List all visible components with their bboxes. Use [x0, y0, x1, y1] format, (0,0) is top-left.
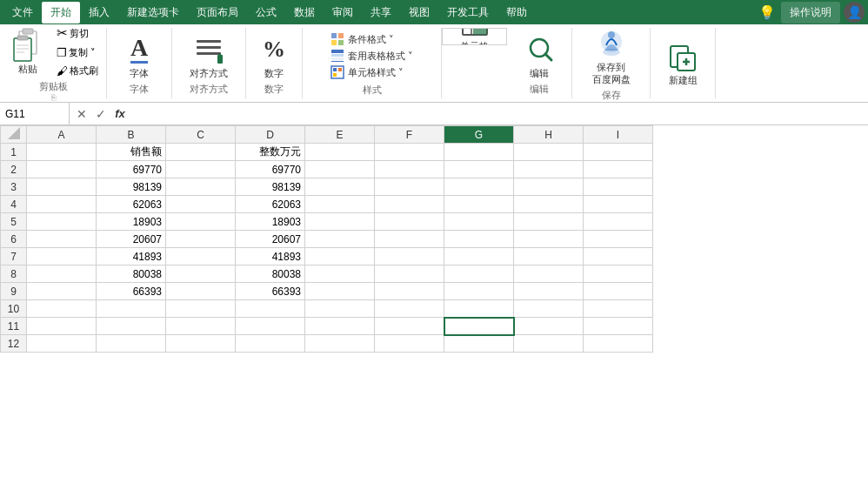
- cell-a3[interactable]: [27, 178, 97, 196]
- cell-d8[interactable]: 80038: [236, 266, 305, 283]
- row-header-6[interactable]: 6: [1, 231, 27, 248]
- formula-input[interactable]: [132, 108, 868, 120]
- cell-c7[interactable]: [166, 248, 236, 266]
- row-header-10[interactable]: 10: [1, 300, 27, 318]
- cell-h12[interactable]: [514, 335, 584, 353]
- row-header-4[interactable]: 4: [1, 196, 27, 213]
- formula-confirm-icon[interactable]: ✓: [92, 105, 110, 123]
- cell-f11[interactable]: [375, 318, 444, 335]
- cell-g12[interactable]: [444, 335, 514, 353]
- conditional-format-button[interactable]: 条件格式 ˅: [327, 31, 417, 47]
- menu-item-insert[interactable]: 插入: [80, 2, 118, 24]
- cell-a9[interactable]: [27, 283, 97, 300]
- menu-item-help-search[interactable]: 操作说明: [781, 2, 840, 24]
- cell-c10[interactable]: [166, 300, 236, 318]
- cell-g2[interactable]: [444, 161, 514, 178]
- menu-item-view[interactable]: 视图: [400, 2, 438, 24]
- cell-f1[interactable]: [375, 144, 444, 161]
- cell-e4[interactable]: [305, 196, 375, 213]
- cell-i7[interactable]: [584, 248, 653, 266]
- cell-b9[interactable]: 66393: [97, 283, 166, 300]
- cell-h7[interactable]: [514, 248, 584, 266]
- col-header-a[interactable]: A: [27, 126, 97, 144]
- table-style-button[interactable]: 套用表格格式 ˅: [327, 48, 417, 64]
- menu-item-newtab[interactable]: 新建选项卡: [118, 2, 188, 24]
- cell-e1[interactable]: [305, 144, 375, 161]
- cell-e8[interactable]: [305, 266, 375, 283]
- cell-c6[interactable]: [166, 231, 236, 248]
- row-header-7[interactable]: 7: [1, 248, 27, 266]
- cell-f5[interactable]: [375, 213, 444, 231]
- cell-d6[interactable]: 20607: [236, 231, 305, 248]
- lightbulb-button[interactable]: 💡: [757, 3, 778, 23]
- cell-a1[interactable]: [27, 144, 97, 161]
- cell-d3[interactable]: 98139: [236, 178, 305, 196]
- row-header-5[interactable]: 5: [1, 213, 27, 231]
- menu-item-help[interactable]: 帮助: [497, 2, 536, 24]
- col-header-h[interactable]: H: [514, 126, 584, 144]
- cell-d10[interactable]: [236, 300, 305, 318]
- row-header-8[interactable]: 8: [1, 266, 27, 283]
- cell-b8[interactable]: 80038: [97, 266, 166, 283]
- save-button[interactable]: 保存到 百度网盘: [587, 24, 636, 88]
- col-header-c[interactable]: C: [166, 126, 236, 144]
- cell-e3[interactable]: [305, 178, 375, 196]
- cell-h10[interactable]: [514, 300, 584, 318]
- cell-b3[interactable]: 98139: [97, 178, 166, 196]
- cell-f8[interactable]: [375, 266, 444, 283]
- cell-e11[interactable]: [305, 318, 375, 335]
- cell-a10[interactable]: [27, 300, 97, 318]
- formula-cancel-icon[interactable]: ✕: [73, 105, 90, 123]
- font-button[interactable]: A 字体: [117, 30, 162, 81]
- col-header-i[interactable]: I: [584, 126, 653, 144]
- cell-i4[interactable]: [584, 196, 653, 213]
- number-button[interactable]: % 数字: [251, 30, 297, 81]
- row-header-2[interactable]: 2: [1, 161, 27, 178]
- col-header-d[interactable]: D: [236, 126, 305, 144]
- menu-item-file[interactable]: 文件: [3, 2, 42, 24]
- col-header-b[interactable]: B: [97, 126, 166, 144]
- cell-d11[interactable]: [236, 318, 305, 335]
- menu-item-home[interactable]: 开始: [42, 2, 80, 24]
- cell-h4[interactable]: [514, 196, 584, 213]
- cell-h3[interactable]: [514, 178, 584, 196]
- cell-a2[interactable]: [27, 161, 97, 178]
- cell-a8[interactable]: [27, 266, 97, 283]
- cell-f6[interactable]: [375, 231, 444, 248]
- cell-h6[interactable]: [514, 231, 584, 248]
- row-header-9[interactable]: 9: [1, 283, 27, 300]
- cell-f12[interactable]: [375, 335, 444, 353]
- cell-button[interactable]: 单元格: [452, 28, 497, 45]
- cell-i8[interactable]: [584, 266, 653, 283]
- menu-item-review[interactable]: 审阅: [324, 2, 362, 24]
- cell-c3[interactable]: [166, 178, 236, 196]
- cell-a5[interactable]: [27, 213, 97, 231]
- row-header-1[interactable]: 1: [1, 144, 27, 161]
- cell-c2[interactable]: [166, 161, 236, 178]
- cell-h8[interactable]: [514, 266, 584, 283]
- cell-d7[interactable]: 41893: [236, 248, 305, 266]
- cell-f3[interactable]: [375, 178, 444, 196]
- cell-c4[interactable]: [166, 196, 236, 213]
- cell-i6[interactable]: [584, 231, 653, 248]
- cell-g3[interactable]: [444, 178, 514, 196]
- cell-f4[interactable]: [375, 196, 444, 213]
- row-header-3[interactable]: 3: [1, 178, 27, 196]
- cell-i9[interactable]: [584, 283, 653, 300]
- cell-g6[interactable]: [444, 231, 514, 248]
- cell-f7[interactable]: [375, 248, 444, 266]
- cell-g1[interactable]: [444, 144, 514, 161]
- row-header-11[interactable]: 11: [1, 318, 27, 335]
- cell-g10[interactable]: [444, 300, 514, 318]
- newgroup-button[interactable]: 新建组: [660, 37, 705, 88]
- cell-a11[interactable]: [27, 318, 97, 335]
- align-button[interactable]: 对齐方式: [184, 30, 233, 81]
- cell-b11[interactable]: [97, 318, 166, 335]
- col-header-e[interactable]: E: [305, 126, 375, 144]
- cell-reference-input[interactable]: [0, 103, 70, 124]
- format-painter-button[interactable]: 🖌 格式刷: [54, 64, 101, 78]
- cell-a4[interactable]: [27, 196, 97, 213]
- cell-d12[interactable]: [236, 335, 305, 353]
- cell-g5[interactable]: [444, 213, 514, 231]
- menu-item-formula[interactable]: 公式: [247, 2, 285, 24]
